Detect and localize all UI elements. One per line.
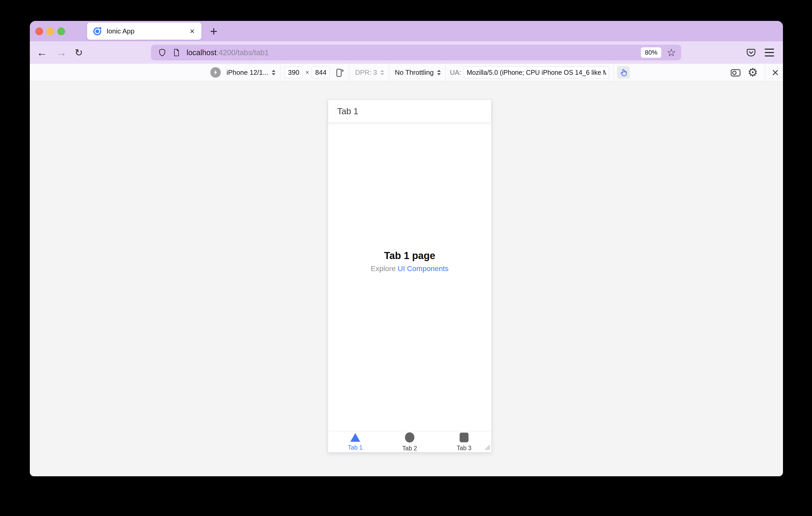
tab-close-icon[interactable]: × — [188, 26, 196, 36]
throttling-selector[interactable]: No Throttling — [395, 68, 433, 77]
tab-button-tab1[interactable]: Tab 1 — [328, 431, 382, 452]
tab-strip: Ionic App × + — [30, 21, 783, 41]
ionic-tab-bar: Tab 1 Tab 2 Tab 3 — [328, 431, 491, 452]
browser-content-area: Tab 1 Tab 1 page Explore UI Components T… — [30, 81, 783, 476]
close-rdm-icon[interactable]: × — [772, 66, 779, 79]
throttling-chevrons-icon[interactable] — [437, 70, 441, 75]
rotate-viewport-icon[interactable] — [335, 67, 344, 78]
new-tab-button[interactable]: + — [207, 24, 221, 38]
device-viewport: Tab 1 Tab 1 page Explore UI Components T… — [328, 99, 492, 453]
browser-window: Ionic App × + ← → ↻ — [30, 21, 783, 476]
screenshot-root: Ionic App × + ← → ↻ — [0, 0, 812, 516]
ui-components-link[interactable]: UI Components — [398, 265, 448, 273]
close-window-button[interactable] — [35, 27, 43, 35]
user-agent-input[interactable] — [464, 66, 609, 79]
url-text: localhost:4200/tabs/tab1 — [186, 48, 269, 57]
touch-simulation-button[interactable] — [617, 66, 630, 79]
viewport-width-input[interactable] — [285, 67, 302, 78]
ionic-favicon-icon — [92, 26, 102, 36]
explore-prefix: Explore — [371, 265, 398, 273]
ionic-header: Tab 1 — [328, 100, 491, 123]
maximize-window-button[interactable] — [57, 27, 65, 35]
tab-label: Tab 1 — [348, 444, 362, 451]
triangle-icon — [350, 433, 360, 442]
tab-label: Tab 2 — [402, 445, 417, 452]
pocket-icon[interactable] — [743, 41, 759, 64]
page-title: Tab 1 page — [328, 250, 491, 262]
device-selector-chevrons-icon[interactable] — [272, 70, 276, 75]
device-bolt-icon — [210, 67, 221, 78]
url-path: :4200/tabs/tab1 — [216, 48, 269, 57]
square-icon — [460, 433, 468, 442]
tab-label: Tab 3 — [457, 445, 471, 452]
navigation-toolbar: ← → ↻ localhost:4200/tabs/tab1 80% — [30, 41, 783, 64]
dimension-separator: × — [305, 69, 309, 76]
tab-button-tab2[interactable]: Tab 2 — [382, 431, 437, 452]
settings-gear-icon[interactable]: ⚙ — [748, 67, 758, 78]
reload-icon[interactable]: ↻ — [71, 41, 87, 64]
forward-icon[interactable]: → — [54, 41, 69, 64]
hamburger-menu-icon[interactable] — [761, 41, 777, 64]
browser-tab[interactable]: Ionic App × — [87, 23, 201, 40]
back-icon[interactable]: ← — [34, 41, 50, 64]
viewport-resize-handle-icon[interactable] — [483, 443, 491, 451]
window-controls — [35, 27, 65, 35]
url-bar[interactable]: localhost:4200/tabs/tab1 80% ☆ — [151, 45, 681, 60]
ionic-header-title: Tab 1 — [337, 107, 358, 116]
device-selector[interactable]: iPhone 12/1... — [227, 68, 268, 77]
screenshot-camera-icon[interactable] — [730, 68, 741, 77]
dpr-chevrons-icon[interactable] — [380, 70, 384, 75]
ua-label: UA: — [450, 68, 461, 77]
shield-icon[interactable] — [158, 48, 167, 57]
page-icon[interactable] — [172, 48, 180, 57]
bookmark-star-icon[interactable]: ☆ — [667, 47, 676, 58]
tab-title: Ionic App — [107, 27, 188, 35]
minimize-window-button[interactable] — [46, 27, 54, 35]
dpr-selector[interactable]: DPR: 3 — [355, 68, 377, 77]
page-body: Tab 1 page Explore UI Components — [328, 250, 491, 273]
zoom-level-badge[interactable]: 80% — [641, 47, 661, 58]
viewport-height-input[interactable] — [312, 67, 329, 78]
explore-line: Explore UI Components — [328, 265, 491, 273]
circle-icon — [405, 432, 414, 443]
url-host: localhost — [186, 48, 216, 57]
responsive-design-mode-toolbar: iPhone 12/1... × DPR: 3 No Throttl — [30, 64, 783, 81]
